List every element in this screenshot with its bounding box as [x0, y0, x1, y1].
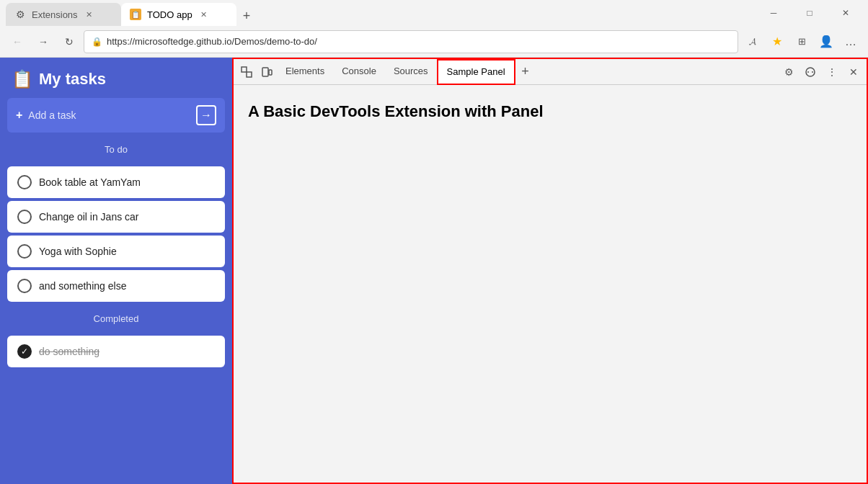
- panel-heading: A Basic DevTools Extension with Panel: [248, 102, 852, 121]
- devtools-tab-sample-panel[interactable]: Sample Panel: [437, 59, 515, 85]
- todo-header-icon: 📋: [12, 69, 33, 89]
- todo-task-list: Book table at YamYam Change oil in Jans …: [7, 166, 225, 302]
- task-text-4: and something else: [39, 280, 215, 292]
- tab-extensions[interactable]: ⚙ Extensions ✕: [6, 3, 121, 26]
- tab-extensions-close[interactable]: ✕: [84, 9, 95, 20]
- add-task-submit-button[interactable]: →: [196, 105, 216, 125]
- task-text-3: Yoga with Sophie: [39, 246, 215, 257]
- refresh-button[interactable]: ↻: [58, 30, 81, 53]
- add-task-plus-icon: +: [16, 109, 22, 122]
- svg-point-4: [806, 68, 815, 76]
- device-icon: [261, 66, 273, 78]
- inspect-element-button[interactable]: [236, 62, 257, 82]
- lock-icon: 🔒: [92, 37, 102, 47]
- task-checkbox-4[interactable]: [17, 279, 32, 293]
- tab-extensions-label: Extensions: [32, 9, 78, 20]
- task-text-1: Book table at YamYam: [39, 176, 215, 188]
- task-checkbox-3[interactable]: [17, 244, 32, 259]
- devtools-tab-console[interactable]: Console: [333, 59, 385, 85]
- task-item-1[interactable]: Book table at YamYam: [7, 166, 225, 198]
- devtools-settings-button[interactable]: ⚙: [779, 62, 799, 82]
- shortcuts-icon: [805, 66, 816, 78]
- devtools-close-button[interactable]: ✕: [843, 62, 864, 82]
- task-item-5[interactable]: ✓ do something: [7, 336, 225, 367]
- devtools-tabs: Elements Console Sources Sample Panel +: [277, 59, 779, 85]
- new-tab-button[interactable]: +: [236, 6, 257, 26]
- devtools-tab-elements[interactable]: Elements: [277, 59, 333, 85]
- address-text: https://microsoftedge.github.io/Demos/de…: [107, 36, 730, 47]
- address-bar[interactable]: 🔒 https://microsoftedge.github.io/Demos/…: [84, 30, 738, 53]
- add-task-row[interactable]: + →: [7, 98, 225, 133]
- tab-bar: ⚙ Extensions ✕ 📋 TODO app ✕ +: [6, 0, 757, 26]
- svg-rect-3: [269, 70, 272, 75]
- completed-task-list: ✓ do something: [7, 336, 225, 367]
- main-content: 📋 My tasks + → To do Book table at YamYa…: [0, 58, 868, 484]
- svg-rect-1: [247, 72, 252, 77]
- devtools-tab-add-button[interactable]: +: [515, 62, 536, 82]
- collections-button[interactable]: ⊞: [790, 30, 813, 53]
- read-aloud-button[interactable]: 𝓐: [741, 30, 764, 53]
- minimize-button[interactable]: ─: [757, 1, 790, 24]
- window-controls: ─ □ ✕: [757, 1, 862, 24]
- todo-section-label: To do: [7, 141, 225, 158]
- forward-button[interactable]: →: [32, 30, 55, 53]
- task-checkbox-5[interactable]: ✓: [17, 344, 32, 359]
- devtools-toolbar: Elements Console Sources Sample Panel + …: [234, 59, 867, 85]
- svg-rect-2: [262, 68, 268, 76]
- todo-sidebar: 📋 My tasks + → To do Book table at YamYa…: [0, 58, 232, 484]
- tab-todo-label: TODO app: [147, 9, 192, 20]
- device-mode-button[interactable]: [257, 62, 277, 82]
- svg-point-6: [812, 71, 813, 73]
- maximize-button[interactable]: □: [793, 1, 826, 24]
- settings-more-button[interactable]: …: [839, 30, 862, 53]
- inspect-icon: [241, 66, 252, 78]
- nav-right-icons: 𝓐 ★ ⊞ 👤 …: [741, 30, 862, 53]
- task-item-2[interactable]: Change oil in Jans car: [7, 201, 225, 233]
- todo-favicon-icon: 📋: [130, 9, 141, 20]
- svg-rect-0: [242, 67, 247, 72]
- task-item-4[interactable]: and something else: [7, 270, 225, 302]
- devtools-tab-sources[interactable]: Sources: [385, 59, 437, 85]
- devtools-shortcuts-button[interactable]: [800, 62, 820, 82]
- devtools-panel-content: A Basic DevTools Extension with Panel: [234, 85, 867, 483]
- favorites-button[interactable]: ★: [766, 30, 789, 53]
- devtools-right-icons: ⚙ ⋮ ✕: [779, 62, 864, 82]
- nav-bar: ← → ↻ 🔒 https://microsoftedge.github.io/…: [0, 26, 868, 58]
- task-checkbox-2[interactable]: [17, 210, 32, 224]
- todo-header-title: My tasks: [39, 70, 106, 89]
- add-task-input[interactable]: [28, 109, 190, 121]
- task-item-3[interactable]: Yoga with Sophie: [7, 236, 225, 267]
- browser-window: ⚙ Extensions ✕ 📋 TODO app ✕ + ─ □ ✕ ← → …: [0, 0, 868, 484]
- extensions-favicon-icon: ⚙: [14, 9, 26, 20]
- devtools-more-button[interactable]: ⋮: [822, 62, 842, 82]
- task-text-5: do something: [39, 346, 215, 357]
- close-button[interactable]: ✕: [829, 1, 862, 24]
- tab-todo-close[interactable]: ✕: [198, 9, 210, 20]
- tab-todo[interactable]: 📋 TODO app ✕: [121, 3, 236, 26]
- devtools-container: Elements Console Sources Sample Panel + …: [232, 58, 868, 484]
- title-bar: ⚙ Extensions ✕ 📋 TODO app ✕ + ─ □ ✕: [0, 0, 868, 26]
- profile-button[interactable]: 👤: [815, 30, 838, 53]
- task-checkbox-1[interactable]: [17, 175, 32, 189]
- todo-header: 📋 My tasks: [7, 69, 225, 89]
- svg-point-5: [807, 71, 809, 73]
- back-button[interactable]: ←: [6, 30, 29, 53]
- completed-section-label: Completed: [7, 310, 225, 327]
- task-text-2: Change oil in Jans car: [39, 211, 215, 223]
